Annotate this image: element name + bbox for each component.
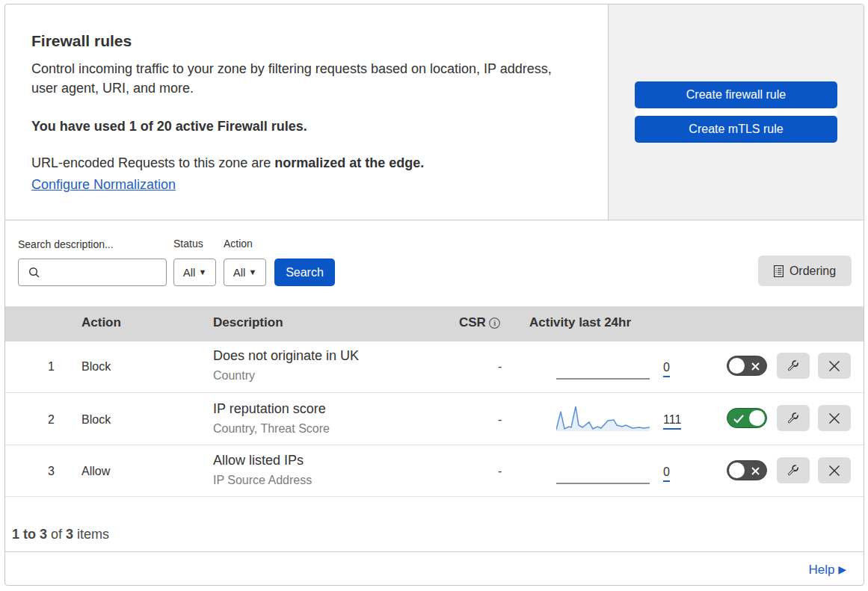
svg-text:i: i: [493, 319, 496, 327]
